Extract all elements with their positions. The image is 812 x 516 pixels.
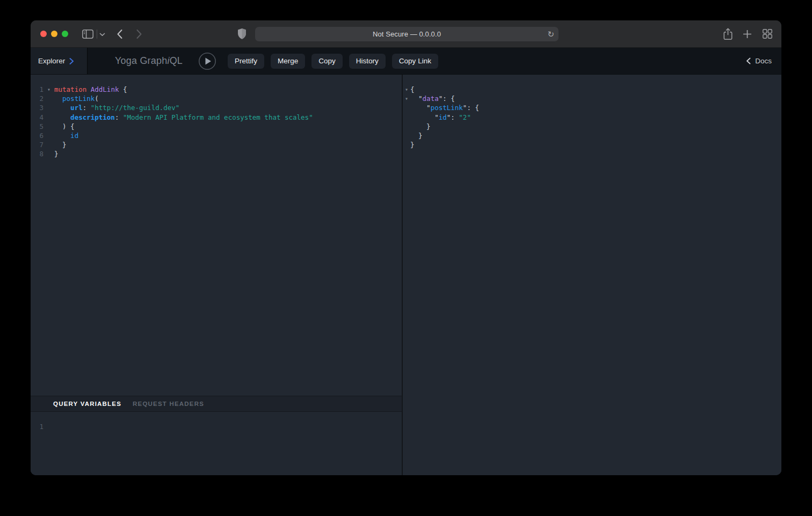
toolbar-buttons: Prettify Merge Copy History Copy Link <box>228 54 438 69</box>
code-token: " <box>410 104 431 112</box>
code-token: ": { <box>463 104 479 112</box>
code-text: id <box>54 131 78 140</box>
query-variables-editor[interactable]: 1 <box>31 412 402 475</box>
code-token: ": { <box>439 95 455 103</box>
variables-tab-bar: QUERY VARIABLES REQUEST HEADERS <box>31 396 402 412</box>
code-text: } <box>410 122 431 131</box>
code-text: { <box>410 85 415 94</box>
result-lines: ▾{▾ "data": { "postLink": { "id": "2" } … <box>403 85 781 149</box>
fold-spacer <box>403 122 410 131</box>
code-token: url <box>70 104 83 112</box>
code-token: " <box>410 113 439 121</box>
chrome-separator <box>97 30 97 39</box>
fold-spacer <box>44 103 54 112</box>
code-token: id <box>70 132 78 140</box>
code-token: ) { <box>54 122 75 130</box>
chevron-right-icon <box>69 58 74 64</box>
query-pane: 1▾mutation AddLink {2 postLink(3 url: "h… <box>31 75 402 475</box>
chevron-left-icon <box>746 57 751 64</box>
browser-chrome: Not Secure — 0.0.0.0 ↻ <box>31 20 781 48</box>
privacy-shield-icon[interactable] <box>237 28 247 40</box>
line-number: 1 <box>31 422 44 431</box>
prettify-button[interactable]: Prettify <box>228 54 264 69</box>
fold-spacer <box>403 103 410 112</box>
code-token: ( <box>95 95 99 103</box>
code-token: : <box>83 104 91 112</box>
line-number: 6 <box>31 131 44 140</box>
code-token <box>86 85 91 93</box>
fold-arrow-icon[interactable]: ▾ <box>44 85 54 94</box>
code-line: ▾{ <box>403 85 781 94</box>
code-token: : <box>115 113 123 121</box>
code-line: } <box>403 131 781 140</box>
browser-window: Not Secure — 0.0.0.0 ↻ <box>31 20 781 475</box>
docs-label: Docs <box>755 57 772 65</box>
code-token: ": <box>447 113 459 121</box>
tab-request-headers[interactable]: REQUEST HEADERS <box>133 401 204 407</box>
code-line: 2 postLink( <box>31 94 402 103</box>
merge-button[interactable]: Merge <box>271 54 305 69</box>
result-viewer: ▾{▾ "data": { "postLink": { "id": "2" } … <box>403 75 781 475</box>
code-text: description: "Modern API Platform and ec… <box>54 113 313 122</box>
new-tab-plus-icon[interactable] <box>743 30 752 39</box>
yoga-graphiql-logo: Yoga GraphiQL <box>115 55 183 67</box>
share-icon[interactable] <box>723 28 733 40</box>
code-token: id <box>439 113 447 121</box>
query-editor-lines: 1▾mutation AddLink {2 postLink(3 url: "h… <box>31 85 402 159</box>
docs-toggle[interactable]: Docs <box>746 57 772 65</box>
history-button[interactable]: History <box>349 54 386 69</box>
code-line: "id": "2" <box>403 113 781 122</box>
code-token: description <box>70 113 115 121</box>
code-token: " <box>410 95 423 103</box>
sidebar-toggle-icon[interactable] <box>82 30 93 39</box>
fold-arrow-icon[interactable]: ▾ <box>403 94 410 103</box>
traffic-lights <box>40 31 68 37</box>
execute-query-button[interactable] <box>198 52 216 70</box>
fullscreen-window-button[interactable] <box>62 31 68 37</box>
address-bar[interactable]: Not Secure — 0.0.0.0 ↻ <box>255 27 559 41</box>
code-text: } <box>410 140 415 149</box>
line-number: 4 <box>31 113 44 122</box>
code-token: "2" <box>459 113 471 121</box>
address-bar-text: Not Secure — 0.0.0.0 <box>373 30 441 38</box>
fold-spacer <box>44 122 54 131</box>
line-number: 8 <box>31 149 44 158</box>
code-token: { <box>119 85 127 93</box>
fold-spacer <box>44 113 54 122</box>
fold-arrow-icon[interactable]: ▾ <box>403 85 410 94</box>
query-editor[interactable]: 1▾mutation AddLink {2 postLink(3 url: "h… <box>31 75 402 396</box>
code-text: ) { <box>54 122 75 131</box>
code-token: "http://the-guild.dev" <box>91 104 180 112</box>
fold-spacer <box>403 113 410 122</box>
code-line: 7 } <box>31 140 402 149</box>
fold-spacer <box>44 94 54 103</box>
copy-button[interactable]: Copy <box>311 54 343 69</box>
back-button-icon[interactable] <box>117 29 123 39</box>
explorer-panel-header[interactable]: Explorer <box>31 48 88 74</box>
play-icon <box>198 52 216 70</box>
chevron-down-icon[interactable] <box>99 33 105 37</box>
code-token <box>54 113 70 121</box>
code-line: 1▾mutation AddLink { <box>31 85 402 94</box>
copy-link-button[interactable]: Copy Link <box>392 54 438 69</box>
line-number: 3 <box>31 103 44 112</box>
code-token: postLink <box>431 104 463 112</box>
close-window-button[interactable] <box>40 31 47 37</box>
graphiql-toolbar: Explorer Yoga GraphiQL Prettify Merge Co… <box>31 48 781 75</box>
line-number: 1 <box>31 85 44 94</box>
code-text: url: "http://the-guild.dev" <box>54 103 179 112</box>
main-content: 1▾mutation AddLink {2 postLink(3 url: "h… <box>31 75 781 475</box>
tab-query-variables[interactable]: QUERY VARIABLES <box>53 401 121 407</box>
forward-button-icon[interactable] <box>136 29 142 39</box>
tab-overview-grid-icon[interactable] <box>763 29 772 39</box>
fold-spacer <box>403 131 410 140</box>
reload-icon[interactable]: ↻ <box>547 30 554 38</box>
code-line: } <box>403 140 781 149</box>
code-line: 4 description: "Modern API Platform and … <box>31 113 402 122</box>
fold-spacer <box>44 149 54 158</box>
fold-spacer <box>403 140 410 149</box>
explorer-label: Explorer <box>38 57 65 65</box>
code-text: } <box>54 149 59 158</box>
line-number: 7 <box>31 140 44 149</box>
minimize-window-button[interactable] <box>51 31 57 37</box>
